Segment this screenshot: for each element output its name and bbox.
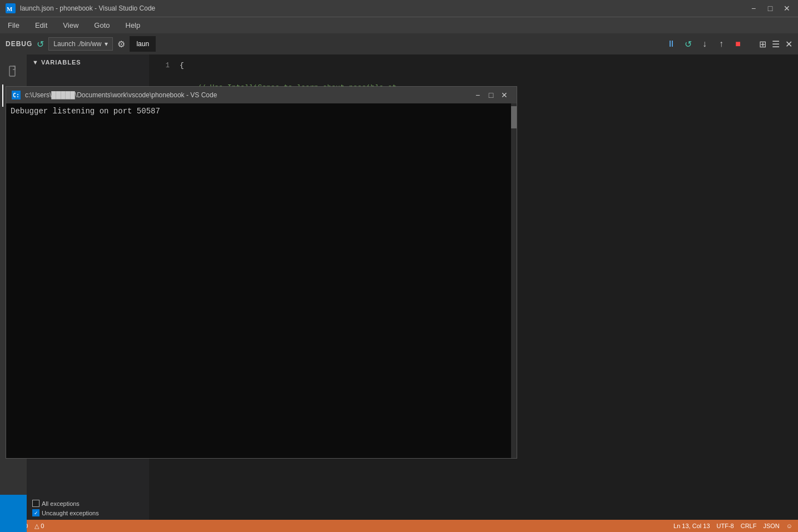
uncaught-exceptions-item: ✓ Uncaught exceptions xyxy=(32,509,143,516)
menu-goto[interactable]: Goto xyxy=(92,21,112,29)
all-exceptions-checkbox[interactable] xyxy=(32,500,39,507)
exceptions-panel: All exceptions ✓ Uncaught exceptions xyxy=(27,496,149,520)
stop-button[interactable]: ■ xyxy=(731,39,745,49)
chevron-down-icon: ▾ xyxy=(105,40,108,48)
warning-count: △ 0 xyxy=(34,523,44,530)
step-into-button[interactable]: ↑ xyxy=(715,39,728,49)
variables-label: VARIABLES xyxy=(41,59,81,66)
debug-toolbar: DEBUG ↺ Launch ./bin/ww ▾ ⚙ laun ⏸ ↺ ↓ ↑… xyxy=(0,33,798,54)
vscode-icon: M xyxy=(6,3,16,13)
encoding[interactable]: UTF-8 xyxy=(717,523,734,529)
debug-config-label: Launch ./bin/ww xyxy=(53,40,101,48)
terminal-maximize-button[interactable]: □ xyxy=(484,88,498,102)
activity-bar-bottom xyxy=(0,495,27,532)
line-ending[interactable]: CRLF xyxy=(741,523,757,529)
menu-help[interactable]: Help xyxy=(123,21,143,29)
toggle-sidebar-icon[interactable]: ☰ xyxy=(772,39,780,49)
debug-tab-label: laun xyxy=(136,40,149,48)
warning-icon: △ xyxy=(34,523,39,530)
variables-section: ▼ VARIABLES xyxy=(27,54,149,70)
warning-number: 0 xyxy=(41,523,44,529)
menu-file[interactable]: File xyxy=(6,21,22,29)
status-right: Ln 13, Col 13 UTF-8 CRLF JSON ☺ xyxy=(673,523,792,529)
window-controls: − □ ✕ xyxy=(748,4,792,13)
debug-restart-icon[interactable]: ↺ xyxy=(37,39,44,49)
terminal-scrollbar-thumb xyxy=(511,106,517,128)
sidebar-item-files[interactable] xyxy=(2,60,24,82)
maximize-button[interactable]: □ xyxy=(765,4,776,13)
terminal-minimize-button[interactable]: − xyxy=(471,88,484,102)
status-bar: ⬡ ⊗ 0 △ 0 Ln 13, Col 13 UTF-8 CRLF JSON … xyxy=(0,520,798,532)
terminal-title: c:\Users\█████\Documents\work\vscode\pho… xyxy=(25,91,471,99)
close-button[interactable]: ✕ xyxy=(781,4,792,13)
debug-tab[interactable]: laun xyxy=(130,36,156,52)
terminal-window: C: c:\Users\█████\Documents\work\vscode\… xyxy=(6,86,517,459)
terminal-body[interactable]: Debugger listening on port 50587 xyxy=(6,103,517,458)
uncaught-exceptions-label: Uncaught exceptions xyxy=(42,510,99,516)
close-debug-icon[interactable]: ✕ xyxy=(785,39,792,49)
debug-config-dropdown[interactable]: Launch ./bin/ww ▾ xyxy=(48,37,113,51)
all-exceptions-label: All exceptions xyxy=(42,500,80,507)
uncaught-exceptions-checkbox[interactable]: ✓ xyxy=(32,509,39,516)
debug-settings-icon[interactable]: ⚙ xyxy=(117,39,125,49)
terminal-title-bar: C: c:\Users\█████\Documents\work\vscode\… xyxy=(6,87,517,103)
cmd-icon: C: xyxy=(12,91,21,100)
debug-label: DEBUG xyxy=(6,40,32,48)
menu-view[interactable]: View xyxy=(61,21,81,29)
continue-button[interactable]: ↺ xyxy=(681,39,695,49)
debug-controls: ⏸ ↺ ↓ ↑ ■ ⊞ ☰ ✕ xyxy=(665,39,792,49)
terminal-output: Debugger listening on port 50587 xyxy=(11,107,160,116)
language-mode[interactable]: JSON xyxy=(763,523,779,529)
split-editor-icon[interactable]: ⊞ xyxy=(759,39,766,49)
collapse-icon: ▼ xyxy=(32,59,39,66)
menu-edit[interactable]: Edit xyxy=(33,21,49,29)
title-bar: M launch.json - phonebook - Visual Studi… xyxy=(0,0,798,17)
svg-rect-2 xyxy=(9,66,15,76)
cursor-position[interactable]: Ln 13, Col 13 xyxy=(673,523,710,529)
window-title: launch.json - phonebook - Visual Studio … xyxy=(20,4,748,12)
menu-bar: File Edit View Goto Help xyxy=(0,17,798,33)
svg-text:M: M xyxy=(7,6,13,12)
variables-header[interactable]: ▼ VARIABLES xyxy=(32,59,143,66)
minimize-button[interactable]: − xyxy=(748,4,759,13)
terminal-scrollbar[interactable] xyxy=(511,103,517,458)
vscode-window: M launch.json - phonebook - Visual Studi… xyxy=(0,0,798,532)
pause-button[interactable]: ⏸ xyxy=(665,39,678,49)
all-exceptions-item: All exceptions xyxy=(32,500,143,507)
terminal-close-button[interactable]: ✕ xyxy=(498,88,511,102)
step-over-button[interactable]: ↓ xyxy=(698,39,711,49)
smiley-icon[interactable]: ☺ xyxy=(786,523,792,529)
